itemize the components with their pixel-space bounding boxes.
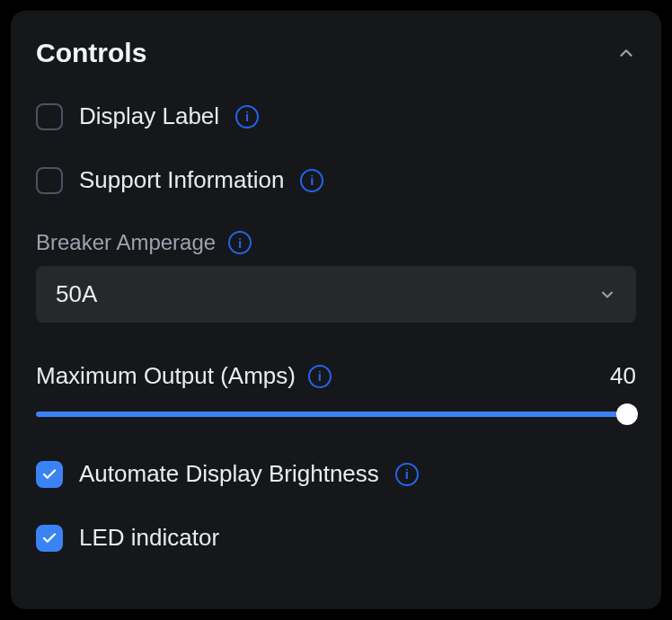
info-icon[interactable]: i <box>228 231 252 254</box>
support-info-row: Support Information i <box>36 166 636 194</box>
panel-title: Controls <box>36 38 146 68</box>
max-output-header: Maximum Output (Amps) i 40 <box>36 362 636 390</box>
info-icon[interactable]: i <box>235 105 259 128</box>
auto-brightness-checkbox[interactable] <box>36 461 63 488</box>
breaker-amperage-value: 50A <box>56 280 97 308</box>
breaker-amperage-select[interactable]: 50A <box>36 266 636 323</box>
info-icon[interactable]: i <box>395 463 419 486</box>
breaker-amperage-label: Breaker Amperage <box>36 230 216 255</box>
info-icon[interactable]: i <box>300 169 323 192</box>
slider-thumb[interactable] <box>616 403 638 425</box>
display-label-row: Display Label i <box>36 102 636 130</box>
led-indicator-text: LED indicator <box>79 524 219 552</box>
check-icon <box>41 466 57 483</box>
support-info-checkbox[interactable] <box>36 167 63 194</box>
max-output-label-group: Maximum Output (Amps) i <box>36 362 332 390</box>
auto-brightness-row: Automate Display Brightness i <box>36 460 636 488</box>
max-output-label: Maximum Output (Amps) <box>36 362 296 390</box>
max-output-value: 40 <box>610 362 636 390</box>
chevron-down-icon <box>598 286 616 304</box>
auto-brightness-text: Automate Display Brightness <box>79 460 379 488</box>
support-info-text: Support Information <box>79 166 284 194</box>
breaker-amperage-label-row: Breaker Amperage i <box>36 230 636 255</box>
led-indicator-checkbox[interactable] <box>36 525 63 552</box>
chevron-up-icon <box>616 43 636 63</box>
display-label-checkbox[interactable] <box>36 103 63 130</box>
panel-header[interactable]: Controls <box>36 38 636 68</box>
check-icon <box>41 530 57 546</box>
max-output-section: Maximum Output (Amps) i 40 <box>36 362 636 417</box>
controls-panel: Controls Display Label i Support Informa… <box>11 11 661 609</box>
led-indicator-row: LED indicator <box>36 524 636 552</box>
max-output-slider[interactable] <box>36 412 636 417</box>
display-label-text: Display Label <box>79 102 219 130</box>
info-icon[interactable]: i <box>308 365 332 388</box>
